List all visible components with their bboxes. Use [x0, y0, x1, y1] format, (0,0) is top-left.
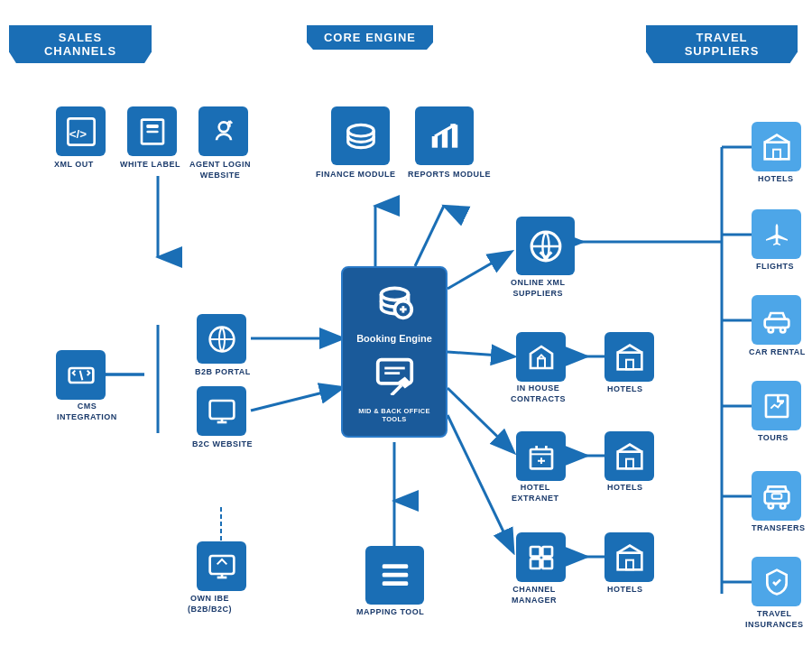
- svg-rect-66: [531, 559, 540, 568]
- transfers-supplier-box[interactable]: [752, 471, 801, 521]
- car-rental-label: CAR RENTAL: [749, 347, 806, 356]
- svg-rect-68: [617, 552, 641, 569]
- finance-label: FINANCE MODULE: [316, 170, 396, 179]
- mid-back-label: MID & BACK OFFICE TOOLS: [350, 407, 438, 423]
- svg-rect-67: [542, 559, 552, 568]
- hotels-extranet-box[interactable]: [604, 431, 654, 481]
- svg-rect-54: [382, 564, 408, 568]
- cms-label: CMSINTEGRATION: [57, 402, 117, 422]
- svg-point-79: [780, 504, 785, 508]
- xml-out-label: XML OUT: [54, 160, 94, 169]
- svg-rect-32: [146, 125, 158, 128]
- svg-line-12: [448, 253, 510, 289]
- header-core: CORE ENGINE: [307, 25, 433, 50]
- hotel-extranet-label: HOTELEXTRANET: [512, 483, 559, 504]
- svg-rect-71: [773, 149, 780, 159]
- channel-manager-label: CHANNELMANAGER: [512, 585, 557, 605]
- tours-supplier-box[interactable]: [752, 381, 801, 430]
- svg-rect-72: [764, 319, 789, 327]
- b2b-portal-box[interactable]: [197, 314, 246, 364]
- svg-rect-60: [626, 359, 633, 369]
- svg-rect-56: [382, 581, 408, 586]
- svg-rect-69: [626, 559, 633, 569]
- flights-supplier-box[interactable]: [752, 209, 801, 259]
- agent-login-label: AGENT LOGINWEBSITE: [189, 160, 251, 180]
- channel-manager-box[interactable]: [516, 532, 566, 582]
- white-label-box[interactable]: [127, 106, 177, 156]
- header-sales: SALES CHANNELS: [9, 25, 152, 63]
- svg-rect-70: [764, 142, 789, 159]
- svg-point-47: [381, 289, 408, 300]
- hotels-supplier-label: HOTELS: [758, 174, 794, 183]
- b2c-website-box[interactable]: [197, 386, 246, 436]
- mapping-tool-box[interactable]: [365, 546, 424, 605]
- car-rental-box[interactable]: [752, 295, 801, 345]
- in-house-box[interactable]: [516, 332, 566, 382]
- online-xml-box[interactable]: [516, 217, 575, 275]
- diagram: SALES CHANNELS CORE ENGINE TRAVEL SUPPLI…: [0, 0, 812, 656]
- svg-point-73: [768, 328, 772, 332]
- header-travel: TRAVEL SUPPLIERS: [646, 25, 798, 63]
- svg-rect-62: [617, 451, 641, 468]
- agent-login-box[interactable]: [198, 106, 248, 156]
- svg-rect-63: [626, 458, 633, 468]
- svg-line-14: [448, 388, 512, 451]
- svg-rect-65: [542, 547, 552, 557]
- booking-engine-box[interactable]: Booking Engine MID & BACK OFFICE TOOLS: [341, 266, 448, 438]
- flights-supplier-label: FLIGHTS: [756, 262, 794, 271]
- reports-module-box[interactable]: [415, 106, 474, 165]
- reports-label: REPORTS MODULE: [408, 170, 491, 179]
- svg-text:</>: </>: [69, 126, 86, 140]
- booking-engine-title: Booking Engine: [356, 333, 432, 344]
- svg-line-15: [448, 415, 512, 550]
- own-ibe-box[interactable]: [197, 541, 246, 591]
- hotels-extranet-label: HOTELS: [607, 483, 643, 492]
- in-house-label: IN HOUSECONTRACTS: [511, 383, 566, 404]
- own-ibe-label: OWN IBE(B2B/B2C): [188, 594, 232, 614]
- online-xml-label: ONLINE XMLSUPPLIERS: [511, 278, 566, 299]
- hotel-extranet-box[interactable]: [516, 431, 566, 481]
- svg-point-74: [780, 328, 785, 332]
- svg-rect-58: [538, 358, 545, 368]
- svg-rect-80: [771, 494, 781, 498]
- svg-point-34: [218, 122, 228, 132]
- tours-supplier-label: TOURS: [758, 433, 789, 442]
- hotels-in-house-label: HOTELS: [607, 384, 643, 393]
- mapping-label: MAPPING TOOL: [356, 607, 424, 616]
- white-label-label: WHITE LABEL: [120, 160, 180, 169]
- svg-rect-44: [431, 136, 437, 148]
- svg-point-43: [347, 125, 374, 136]
- finance-module-box[interactable]: [331, 106, 390, 165]
- hotels-channel-label: HOTELS: [607, 585, 643, 594]
- travel-insurance-box[interactable]: [752, 557, 801, 606]
- b2c-label: B2C WEBSITE: [192, 439, 253, 448]
- hotels-channel-box[interactable]: [604, 532, 654, 582]
- svg-line-1: [415, 206, 444, 266]
- svg-rect-55: [382, 572, 408, 577]
- travel-insurance-label: TRAVELINSURANCES: [745, 609, 804, 630]
- svg-line-13: [448, 352, 512, 356]
- xml-out-box[interactable]: </>: [56, 106, 106, 156]
- hotels-in-house-box[interactable]: [604, 332, 654, 382]
- svg-rect-33: [146, 130, 158, 133]
- svg-rect-64: [531, 547, 540, 557]
- hotels-supplier-box[interactable]: [752, 122, 801, 171]
- svg-line-3: [251, 388, 341, 411]
- svg-rect-37: [209, 401, 234, 419]
- b2b-portal-label: B2B PORTAL: [195, 367, 251, 376]
- cms-integration-box[interactable]: [56, 350, 106, 400]
- svg-point-76: [780, 401, 783, 404]
- svg-rect-59: [617, 352, 641, 369]
- svg-point-78: [768, 504, 772, 508]
- transfers-supplier-label: TRANSFERS: [752, 523, 806, 532]
